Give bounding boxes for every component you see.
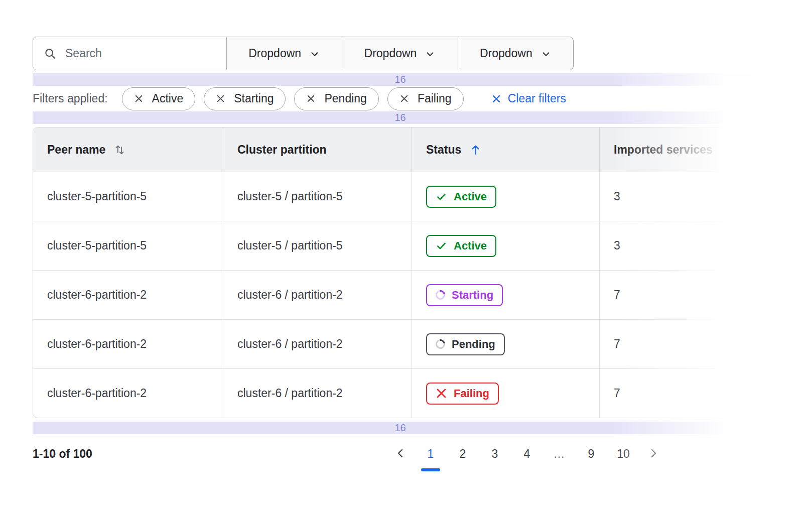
filter-chip-label: Pending <box>324 92 366 105</box>
cluster-partition-cell: cluster-5 / partition-5 <box>223 172 412 221</box>
filter-chip-starting[interactable]: Starting <box>204 87 286 110</box>
table-row: cluster-5-partition-5cluster-5 / partiti… <box>33 221 767 270</box>
table-row: cluster-5-partition-5cluster-5 / partiti… <box>33 172 767 221</box>
chevron-down-icon <box>425 49 436 60</box>
status-badge-label: Pending <box>452 338 495 351</box>
chevron-down-icon <box>309 49 320 60</box>
sort-swap-vertical-icon <box>113 144 126 156</box>
sort-arrow-up-icon <box>469 144 482 156</box>
status-cell: Pending <box>412 320 599 368</box>
imported-services-cell: 7 <box>599 369 767 418</box>
dropdown-button-3[interactable]: Dropdown <box>458 37 573 70</box>
peer-name-cell: cluster-5-partition-5 <box>33 172 223 221</box>
filter-chip-label: Failing <box>418 92 452 105</box>
table-header-row: Peer name Cluster partition Status Impor… <box>33 128 767 172</box>
next-page-button[interactable] <box>645 440 661 461</box>
status-badge-active: Active <box>426 235 496 257</box>
cell-text: cluster-6-partition-2 <box>47 337 147 351</box>
cell-text: cluster-5 / partition-5 <box>237 239 343 252</box>
search-box <box>33 37 226 70</box>
spacing-indicator-bottom: 16 <box>33 422 768 434</box>
cell-text: cluster-5 / partition-5 <box>237 190 343 203</box>
spacing-indicator-top: 16 <box>33 73 768 86</box>
cell-text: 7 <box>614 288 620 302</box>
spacing-value: 16 <box>394 74 405 85</box>
filter-chip-pending[interactable]: Pending <box>294 87 378 110</box>
x-icon <box>436 388 447 399</box>
dropdown-label: Dropdown <box>248 47 301 60</box>
dropdown-button-2[interactable]: Dropdown <box>342 37 457 70</box>
remove-filter-icon[interactable] <box>216 94 225 103</box>
status-badge-starting: Starting <box>426 284 503 306</box>
spacing-value: 16 <box>394 422 405 434</box>
search-icon <box>44 47 57 60</box>
remove-filter-icon[interactable] <box>399 94 409 103</box>
column-header-peer-name[interactable]: Peer name <box>33 128 223 172</box>
imported-services-cell: 3 <box>599 172 767 221</box>
status-cell: Starting <box>412 271 599 319</box>
cell-text: cluster-5-partition-5 <box>47 190 147 203</box>
filter-chip-label: Starting <box>234 92 274 105</box>
status-cell: Active <box>412 172 599 221</box>
cell-text: 7 <box>614 387 620 400</box>
status-cell: Active <box>412 221 599 270</box>
table-row: cluster-6-partition-2cluster-6 / partiti… <box>33 368 767 418</box>
status-badge-label: Starting <box>452 289 493 302</box>
filter-toolbar: DropdownDropdownDropdown <box>33 37 574 70</box>
cell-text: cluster-6 / partition-2 <box>237 387 343 400</box>
pagination-bar: 1-10 of 100 1234…910 <box>33 440 768 471</box>
filter-chip-label: Active <box>152 92 184 105</box>
clear-filters-link[interactable]: Clear filters <box>491 92 566 105</box>
page-10-button[interactable]: 10 <box>613 440 633 461</box>
status-badge-active: Active <box>426 186 496 208</box>
search-input[interactable] <box>64 46 216 61</box>
clear-filters-label: Clear filters <box>508 92 566 105</box>
previous-page-button[interactable] <box>392 440 409 461</box>
cluster-partition-cell: cluster-6 / partition-2 <box>223 271 412 319</box>
pages-ellipsis: … <box>549 440 569 461</box>
check-icon <box>436 191 447 202</box>
peers-table: Peer name Cluster partition Status Impor… <box>33 127 768 418</box>
cluster-partition-cell: cluster-5 / partition-5 <box>223 221 412 270</box>
remove-filter-icon[interactable] <box>134 94 144 103</box>
dropdown-label: Dropdown <box>364 47 417 60</box>
cell-text: cluster-6 / partition-2 <box>237 337 343 351</box>
filter-chip-active[interactable]: Active <box>122 87 196 110</box>
imported-services-cell: 7 <box>599 320 767 368</box>
chevron-left-icon <box>394 447 407 461</box>
dropdown-label: Dropdown <box>480 47 532 60</box>
spacing-indicator-middle: 16 <box>33 111 768 124</box>
peer-name-cell: cluster-6-partition-2 <box>33 320 223 368</box>
spinner-icon <box>434 337 447 351</box>
filters-bar: Filters applied: ActiveStartingPendingFa… <box>33 86 812 111</box>
status-badge-label: Active <box>454 239 487 252</box>
imported-services-cell: 7 <box>599 271 767 319</box>
column-header-cluster-partition: Cluster partition <box>223 128 412 172</box>
column-label: Cluster partition <box>237 143 327 157</box>
remove-filter-icon[interactable] <box>306 94 316 103</box>
column-label: Peer name <box>47 143 105 157</box>
column-label: Imported services <box>614 143 713 157</box>
check-icon <box>436 240 447 251</box>
page-9-button[interactable]: 9 <box>581 440 601 461</box>
peer-name-cell: cluster-6-partition-2 <box>33 369 223 418</box>
cluster-partition-cell: cluster-6 / partition-2 <box>223 320 412 368</box>
peer-name-cell: cluster-6-partition-2 <box>33 271 223 319</box>
imported-services-cell: 3 <box>599 221 767 270</box>
page-4-button[interactable]: 4 <box>517 440 537 461</box>
page-controls: 1234…910 <box>392 440 661 471</box>
status-badge-failing: Failing <box>426 383 499 405</box>
page-2-button[interactable]: 2 <box>453 440 473 461</box>
dropdown-button-1[interactable]: Dropdown <box>226 37 342 70</box>
spinner-icon <box>434 288 447 302</box>
cell-text: cluster-6-partition-2 <box>47 288 147 302</box>
column-header-status[interactable]: Status <box>412 128 599 172</box>
peers-page: DropdownDropdownDropdown 16 Filters appl… <box>0 37 812 507</box>
chevron-down-icon <box>540 49 552 60</box>
cell-text: cluster-6 / partition-2 <box>237 288 343 302</box>
filter-chip-failing[interactable]: Failing <box>387 87 464 110</box>
status-badge-label: Failing <box>454 387 489 400</box>
page-1-button[interactable]: 1 <box>421 440 441 471</box>
column-header-imported-services: Imported services <box>599 128 767 172</box>
page-3-button[interactable]: 3 <box>485 440 505 461</box>
